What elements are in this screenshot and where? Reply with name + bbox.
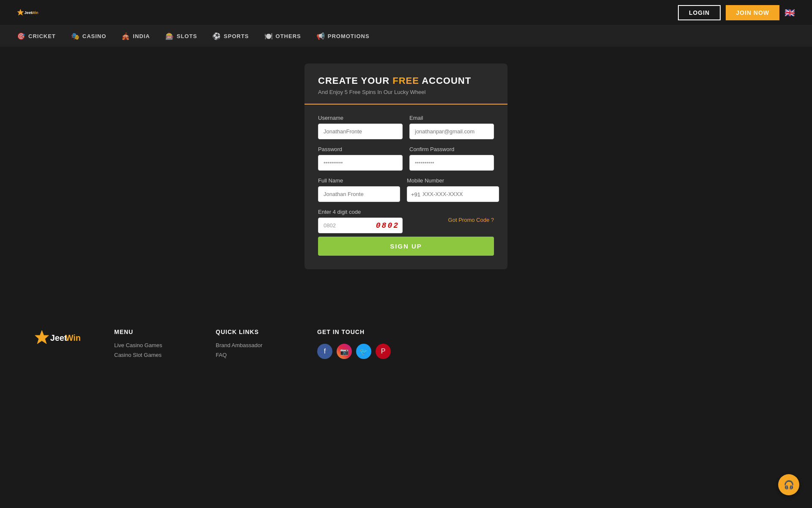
form-subtitle: And Enjoy 5 Free Spins In Our Lucky Whee… bbox=[318, 89, 494, 95]
nav-label-cricket: CRICKET bbox=[28, 33, 56, 39]
email-label: Email bbox=[409, 115, 494, 121]
nav-label-promotions: PROMOTIONS bbox=[328, 33, 370, 39]
nav-label-sports: SPORTS bbox=[224, 33, 249, 39]
nav-item-casino[interactable]: 🎭 CASINO bbox=[71, 32, 107, 40]
footer-link-brand-ambassador[interactable]: Brand Ambassador bbox=[216, 342, 283, 348]
svg-text:Win: Win bbox=[31, 10, 38, 14]
title-part1: CREATE YOUR bbox=[318, 75, 392, 86]
mobile-input[interactable] bbox=[407, 186, 499, 202]
confirm-password-group: Confirm Password bbox=[409, 146, 494, 171]
cricket-icon: 🎯 bbox=[17, 32, 26, 40]
username-input[interactable] bbox=[318, 124, 403, 139]
nav-item-india[interactable]: 🎪 INDIA bbox=[121, 32, 150, 40]
footer-menu-heading: MENU bbox=[114, 329, 182, 335]
casino-icon: 🎭 bbox=[71, 32, 80, 40]
footer-quicklinks-heading: QUICK LINKS bbox=[216, 329, 283, 335]
promo-group: Got Promo Code ? bbox=[409, 209, 494, 233]
svg-text:Jeet: Jeet bbox=[50, 333, 67, 342]
twitter-icon[interactable]: 🐦 bbox=[356, 344, 371, 359]
support-icon: 🎧 bbox=[784, 480, 794, 490]
login-button[interactable]: LOGIN bbox=[678, 5, 721, 20]
captcha-text: 0802 bbox=[376, 221, 399, 230]
footer-link-faq[interactable]: FAQ bbox=[216, 352, 283, 358]
footer-link-casino-slots[interactable]: Casino Slot Games bbox=[114, 352, 182, 358]
svg-text:Jeet: Jeet bbox=[25, 10, 32, 14]
nav-item-promotions[interactable]: 📢 PROMOTIONS bbox=[316, 32, 370, 40]
registration-card: CREATE YOUR FREE ACCOUNT And Enjoy 5 Fre… bbox=[304, 64, 508, 269]
footer-logo: Jeet Win bbox=[34, 329, 80, 348]
form-body: Username Email Password Confirm Password bbox=[304, 105, 508, 269]
nav-item-cricket[interactable]: 🎯 CRICKET bbox=[17, 32, 56, 40]
fullname-group: Full Name bbox=[318, 177, 400, 202]
header-right: LOGIN JOIN NOW 🇬🇧 bbox=[678, 5, 795, 20]
mobile-group: Mobile Number +91 bbox=[407, 177, 499, 202]
flag-icon[interactable]: 🇬🇧 bbox=[785, 8, 795, 18]
form-row-3: Full Name Mobile Number +91 bbox=[318, 177, 494, 202]
mobile-label: Mobile Number bbox=[407, 177, 499, 184]
pinterest-icon[interactable]: P bbox=[376, 344, 391, 359]
social-icons: f 📷 🐦 P bbox=[317, 344, 391, 359]
username-group: Username bbox=[318, 115, 403, 139]
facebook-icon[interactable]: f bbox=[317, 344, 332, 359]
nav-item-slots[interactable]: 🎰 SLOTS bbox=[165, 32, 197, 40]
footer-logo-image: Jeet Win bbox=[34, 329, 80, 348]
form-header: CREATE YOUR FREE ACCOUNT And Enjoy 5 Fre… bbox=[304, 64, 508, 105]
nav-label-casino: CASINO bbox=[82, 33, 107, 39]
header: Jeet Win LOGIN JOIN NOW 🇬🇧 bbox=[0, 0, 812, 25]
title-part2: ACCOUNT bbox=[419, 75, 471, 86]
svg-marker-0 bbox=[17, 9, 24, 15]
captcha-label: Enter 4 digit code bbox=[318, 209, 403, 215]
email-input[interactable] bbox=[409, 124, 494, 139]
logo-area: Jeet Win bbox=[17, 2, 38, 23]
svg-marker-3 bbox=[35, 331, 49, 344]
logo: Jeet Win bbox=[17, 2, 38, 23]
email-group: Email bbox=[409, 115, 494, 139]
footer-quicklinks: QUICK LINKS Brand Ambassador FAQ bbox=[216, 329, 283, 358]
svg-text:Win: Win bbox=[66, 333, 80, 342]
form-row-1: Username Email bbox=[318, 115, 494, 139]
footer-link-live-casino[interactable]: Live Casino Games bbox=[114, 342, 182, 348]
join-button[interactable]: JOIN NOW bbox=[726, 5, 779, 20]
slots-icon: 🎰 bbox=[165, 32, 174, 40]
signup-button[interactable]: SIGN UP bbox=[318, 237, 494, 256]
captcha-wrapper: 0802 bbox=[318, 218, 403, 233]
india-icon: 🎪 bbox=[121, 32, 130, 40]
nav-label-slots: SLOTS bbox=[177, 33, 197, 39]
others-icon: 🍽️ bbox=[264, 32, 273, 40]
captcha-image: 0802 bbox=[376, 221, 399, 230]
title-free: FREE bbox=[392, 75, 419, 86]
footer-menu: MENU Live Casino Games Casino Slot Games bbox=[114, 329, 182, 358]
captcha-group: Enter 4 digit code 0802 bbox=[318, 209, 403, 233]
sports-icon: ⚽ bbox=[212, 32, 221, 40]
form-title: CREATE YOUR FREE ACCOUNT bbox=[318, 75, 494, 86]
username-label: Username bbox=[318, 115, 403, 121]
promo-code-link[interactable]: Got Promo Code ? bbox=[448, 217, 494, 223]
nav-label-india: INDIA bbox=[133, 33, 150, 39]
password-input[interactable] bbox=[318, 155, 403, 171]
password-label: Password bbox=[318, 146, 403, 152]
main-content: CREATE YOUR FREE ACCOUNT And Enjoy 5 Fre… bbox=[0, 47, 812, 286]
instagram-icon[interactable]: 📷 bbox=[337, 344, 352, 359]
confirm-password-input[interactable] bbox=[409, 155, 494, 171]
navigation: 🎯 CRICKET 🎭 CASINO 🎪 INDIA 🎰 SLOTS ⚽ SPO… bbox=[0, 25, 812, 47]
form-row-4: Enter 4 digit code 0802 Got Promo Code ? bbox=[318, 209, 494, 233]
fullname-input[interactable] bbox=[318, 186, 400, 202]
mobile-prefix: +91 bbox=[411, 191, 420, 197]
footer-contact-heading: GET IN TOUCH bbox=[317, 329, 391, 335]
promotions-icon: 📢 bbox=[316, 32, 325, 40]
footer-contact: GET IN TOUCH f 📷 🐦 P bbox=[317, 329, 391, 359]
nav-item-sports[interactable]: ⚽ SPORTS bbox=[212, 32, 249, 40]
confirm-password-label: Confirm Password bbox=[409, 146, 494, 152]
nav-label-others: OTHERS bbox=[276, 33, 301, 39]
nav-item-others[interactable]: 🍽️ OTHERS bbox=[264, 32, 301, 40]
footer: Jeet Win MENU Live Casino Games Casino S… bbox=[0, 312, 812, 376]
form-row-2: Password Confirm Password bbox=[318, 146, 494, 171]
fullname-label: Full Name bbox=[318, 177, 400, 184]
support-button[interactable]: 🎧 bbox=[778, 474, 799, 495]
password-group: Password bbox=[318, 146, 403, 171]
